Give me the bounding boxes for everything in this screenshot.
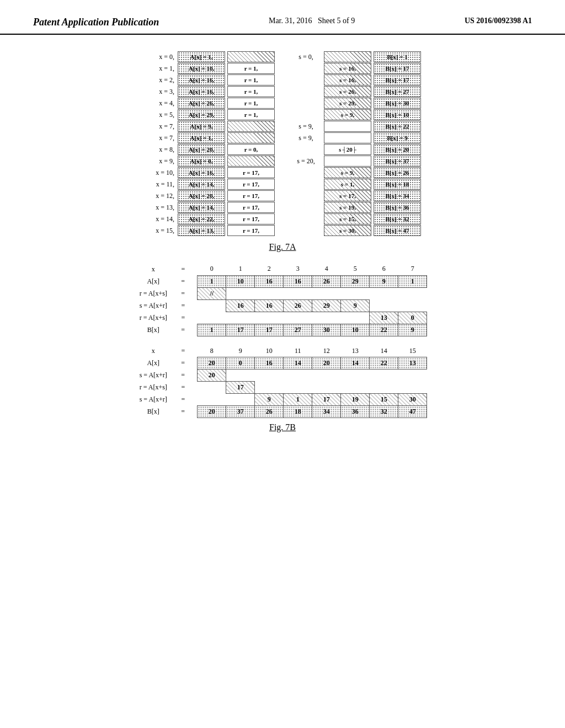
x-label-2: x = 2, (142, 76, 178, 84)
cell-1-0: 20 (198, 370, 226, 382)
fig7b-table1: x=01234567A[x]=1101616262991r = A[x+s]=/… (138, 263, 428, 336)
x-label-9: x = 9, (142, 157, 178, 165)
cell-4-5: 36 (341, 406, 370, 418)
publication-title: Patent Application Publication (33, 17, 159, 28)
cell-2-4 (312, 382, 341, 394)
cell-1-1 (226, 287, 255, 299)
s-label-9: s = 20, (288, 157, 324, 165)
cell-0-6: 22 (370, 357, 398, 370)
cell-2-6 (370, 299, 398, 312)
x-label-13: x = 13, (142, 204, 178, 212)
fig7a-caption: Fig. 7A (33, 242, 532, 252)
table-header-2: 0 (198, 263, 226, 275)
bx-box-5: B[x] = 10 (374, 109, 423, 120)
s-box-7 (324, 132, 374, 143)
cell-2-7 (398, 299, 427, 312)
cell-2-1: 16 (226, 299, 255, 312)
r-box-10: r = 17, (227, 167, 277, 178)
ax-box-11: A[x] = 14, (178, 179, 227, 190)
fig7a-row-3: x = 3,A[x] = 16,r = 1,s = 26,B[x] = 27 (142, 86, 423, 97)
fig7a-row-1: x = 1,A[x] = 10,r = 1,s = 16,B[x] = 17 (142, 63, 423, 74)
bx-box-0: B[x] = 1 (374, 51, 423, 62)
ax-box-15: A[x] = 13, (178, 225, 227, 236)
s-box-0 (324, 51, 374, 62)
cell-0-7: 13 (398, 357, 427, 370)
x-label-15: x = 15, (142, 227, 178, 235)
s-label-6: s = 9, (288, 122, 324, 131)
cell-1-0: // (198, 287, 226, 299)
bx-box-15: B[x] = 47 (374, 225, 423, 236)
x-label-14: x = 14, (142, 215, 178, 223)
cell-4-4: 30 (312, 324, 341, 336)
row-label-0: A[x] (138, 275, 169, 287)
row-label-2: r = A[x+s] (138, 382, 169, 394)
s-box-3: s = 26, (324, 86, 374, 97)
cell-3-2 (255, 312, 284, 324)
cell-4-6: 22 (370, 324, 398, 336)
cell-0-3: 16 (284, 275, 312, 287)
cell-4-3: 27 (284, 324, 312, 336)
bx-box-1: B[x] = 17 (374, 63, 423, 74)
cell-0-5: 29 (341, 275, 370, 287)
table-header-4: 10 (255, 345, 284, 357)
cell-2-2: 16 (255, 299, 284, 312)
ax-box-6: A[x] = 9, (178, 121, 227, 132)
table-header-0: x (138, 345, 169, 357)
s-box-4: s = 29, (324, 98, 374, 109)
table-row-4: B[x]=11717273010229 (138, 324, 427, 336)
row-label-4: B[x] (138, 324, 169, 336)
fig7a-row-12: x = 12,A[x] = 20,r = 17,s = 17,B[x] = 34 (142, 190, 423, 201)
cell-4-7: 47 (398, 406, 427, 418)
x-label-1: x = 1, (142, 65, 178, 73)
row-label-3: r = A[x+s] (138, 312, 169, 324)
cell-0-1: 0 (226, 357, 255, 370)
r-box-7 (227, 132, 277, 143)
cell-1-7 (398, 370, 427, 382)
bx-box-7: B[x] = 9 (374, 132, 423, 143)
bx-box-11: B[x] = 18 (374, 179, 423, 190)
table-header-5: 3 (284, 263, 312, 275)
ax-box-13: A[x] = 14, (178, 202, 227, 213)
cell-3-1 (226, 312, 255, 324)
ax-box-8: A[x] = 20, (178, 144, 227, 155)
header-sheet: Sheet 5 of 9 (318, 17, 355, 25)
row-label-2: s = A[x+r] (138, 299, 169, 312)
cell-3-6: 13 (370, 312, 398, 324)
r-box-3: r = 1, (227, 86, 277, 97)
cell-2-2 (255, 382, 284, 394)
table-row-0: A[x]=200161420142213 (138, 357, 427, 370)
cell-2-5 (341, 382, 370, 394)
r-box-1: r = 1, (227, 63, 277, 74)
cell-2-0 (198, 382, 226, 394)
header-date: Mar. 31, 2016 (269, 17, 312, 25)
table-row-2: r = A[x+s]=17 (138, 382, 427, 394)
s-box-9 (324, 156, 374, 167)
r-box-6 (227, 121, 277, 132)
table-header-2: 8 (198, 345, 226, 357)
row-label-1: r = A[x+s] (138, 287, 169, 299)
cell-4-4: 34 (312, 406, 341, 418)
row-label-0: A[x] (138, 357, 169, 370)
bx-box-8: B[x] = 20 (374, 144, 423, 155)
cell-0-4: 26 (312, 275, 341, 287)
cell-0-5: 14 (341, 357, 370, 370)
bx-box-6: B[x] = 22 (374, 121, 423, 132)
ax-box-5: A[x] = 29, (178, 109, 227, 120)
r-box-15: r = 17, (227, 225, 277, 236)
fig7a-container: x = 0,A[x] = 1,s = 0,B[x] = 1x = 1,A[x] … (33, 51, 532, 237)
fig7a-row-7: x = 7,A[x] = 1,s = 9,B[x] = 9 (142, 132, 423, 143)
ax-box-10: A[x] = 16, (178, 167, 227, 178)
cell-1-1 (226, 370, 255, 382)
table-header-1: = (169, 345, 198, 357)
s-box-5: s = 9, (324, 109, 374, 120)
ax-box-9: A[x] = 0, (178, 156, 227, 167)
table-row-4: B[x]=2037261834363247 (138, 406, 427, 418)
cell-0-2: 16 (255, 275, 284, 287)
cell-2-7 (398, 382, 427, 394)
cell-4-2: 17 (255, 324, 284, 336)
cell-3-6: 15 (370, 394, 398, 406)
ax-box-14: A[x] = 22, (178, 213, 227, 224)
cell-4-2: 26 (255, 406, 284, 418)
table-header-6: 4 (312, 263, 341, 275)
bx-box-13: B[x] = 36 (374, 202, 423, 213)
